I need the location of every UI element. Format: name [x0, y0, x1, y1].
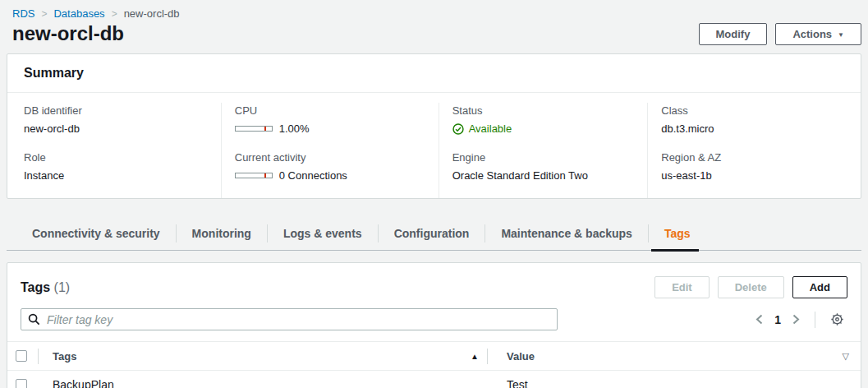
detail-tab-bar: Connectivity & security Monitoring Logs … [7, 217, 861, 251]
tag-key: BackupPlan [53, 378, 114, 388]
field-label: Role [24, 151, 209, 164]
next-page-button[interactable] [789, 312, 803, 326]
tags-panel-title: Tags (1) [21, 280, 70, 295]
check-circle-icon [452, 123, 464, 135]
tab-monitoring[interactable]: Monitoring [177, 217, 267, 251]
status-value: Available [452, 122, 636, 135]
connections-count: 0 Connections [279, 169, 347, 182]
field-label: Region & AZ [661, 151, 849, 164]
tags-panel-header: Tags (1) Edit Delete Add [7, 263, 861, 308]
pagination: 1 [752, 311, 847, 328]
connections-gauge [235, 173, 273, 178]
field-label: Status [452, 104, 636, 117]
cpu-value: 1.00% [235, 122, 427, 135]
sort-descending-icon[interactable]: ▽ [843, 351, 849, 362]
table-row: BackupPlan Test [7, 371, 861, 388]
region-az-field: Region & AZ us-east-1b [661, 151, 849, 182]
region-az-value: us-east-1b [661, 169, 849, 182]
field-label: DB identifier [24, 104, 209, 117]
current-activity-value: 0 Connections [235, 169, 427, 182]
field-label: Class [661, 104, 849, 117]
tags-table-header-row: Tags ▲ Value ▽ [7, 342, 861, 371]
status-field: Status Available [452, 104, 636, 135]
modify-button[interactable]: Modify [699, 23, 768, 45]
gauge-threshold-tick [264, 173, 266, 178]
previous-page-button[interactable] [752, 312, 766, 326]
key-column-header: Tags [53, 350, 76, 363]
tags-toolbar: 1 [7, 308, 861, 330]
row-checkbox[interactable] [16, 379, 27, 388]
engine-field: Engine Oracle Standard Edition Two [452, 151, 636, 182]
tag-value: Test [507, 378, 528, 388]
role-field: Role Instance [24, 151, 209, 182]
actions-dropdown-button[interactable]: Actions▼ [775, 23, 861, 45]
cpu-field: CPU 1.00% [235, 104, 427, 135]
breadcrumb-databases-link[interactable]: Databases [53, 7, 104, 20]
class-value: db.t3.micro [661, 122, 849, 135]
engine-value: Oracle Standard Edition Two [452, 169, 636, 182]
edit-tag-button[interactable]: Edit [654, 276, 710, 298]
field-label: Current activity [235, 151, 427, 164]
cpu-percentage: 1.00% [279, 122, 310, 135]
value-column-header: Value [507, 350, 535, 363]
row-checkbox-cell [7, 371, 38, 388]
chevron-right-icon [792, 314, 800, 325]
key-header-cell: Tags ▲ [38, 342, 487, 370]
tab-maintenance-backups[interactable]: Maintenance & backups [485, 217, 648, 251]
delete-tag-button[interactable]: Delete [718, 276, 784, 298]
breadcrumb-current-page: new-orcl-db [124, 7, 180, 20]
current-activity-field: Current activity 0 Connections [235, 151, 427, 182]
summary-column-metrics: CPU 1.00% Current activity 0 Connections [221, 103, 439, 198]
tab-configuration[interactable]: Configuration [379, 217, 485, 251]
tags-actions: Edit Delete Add [654, 276, 847, 298]
select-all-checkbox[interactable] [16, 350, 27, 362]
header-checkbox-cell [7, 342, 38, 370]
cpu-gauge [235, 126, 273, 132]
pagination-divider [815, 312, 815, 328]
db-identifier-field: DB identifier new-orcl-db [24, 104, 209, 135]
tags-panel: Tags (1) Edit Delete Add 1 [7, 262, 861, 388]
breadcrumb-separator-icon: > [41, 8, 47, 20]
tab-logs-events[interactable]: Logs & events [268, 217, 378, 251]
header-actions: Modify Actions▼ [699, 23, 861, 45]
filter-tag-key-input[interactable] [21, 308, 558, 330]
summary-panel-header: Summary [7, 54, 861, 93]
chevron-left-icon [755, 314, 763, 325]
summary-column-status: Status Available Engine Oracle Standard … [439, 103, 648, 198]
summary-panel: Summary DB identifier new-orcl-db Role I… [7, 53, 861, 199]
page-title: new-orcl-db [12, 22, 124, 45]
summary-column-class: Class db.t3.micro Region & AZ us-east-1b [647, 103, 861, 198]
tags-table: Tags ▲ Value ▽ BackupPlan Test [7, 341, 861, 388]
tag-value-cell: Test [487, 371, 861, 388]
field-label: Engine [452, 151, 636, 164]
summary-grid: DB identifier new-orcl-db Role Instance … [7, 93, 861, 198]
role-value: Instance [24, 169, 209, 182]
filter-box [21, 308, 558, 330]
search-icon [28, 313, 40, 326]
chevron-down-icon: ▼ [838, 31, 844, 39]
value-header-cell: Value ▽ [487, 342, 861, 370]
db-identifier-value: new-orcl-db [24, 122, 209, 135]
gauge-threshold-tick [264, 127, 266, 131]
summary-title: Summary [24, 66, 844, 81]
page-header: new-orcl-db Modify Actions▼ [0, 20, 868, 53]
breadcrumb-separator-icon: > [112, 8, 117, 20]
summary-column-identity: DB identifier new-orcl-db Role Instance [7, 103, 221, 198]
gear-icon [830, 312, 844, 326]
tab-connectivity-security[interactable]: Connectivity & security [16, 217, 176, 251]
tab-tags[interactable]: Tags [649, 217, 706, 251]
breadcrumb: RDS > Databases > new-orcl-db [0, 0, 868, 20]
add-tag-button[interactable]: Add [792, 276, 847, 298]
sort-ascending-icon[interactable]: ▲ [471, 352, 479, 361]
field-label: CPU [235, 104, 427, 117]
tag-key-cell: BackupPlan [38, 371, 487, 388]
current-page-number[interactable]: 1 [773, 313, 783, 326]
class-field: Class db.t3.micro [661, 104, 849, 135]
tags-count: (1) [54, 280, 71, 294]
breadcrumb-rds-link[interactable]: RDS [12, 7, 34, 20]
status-badge: Available [469, 122, 512, 135]
preferences-gear-button[interactable] [827, 311, 847, 328]
